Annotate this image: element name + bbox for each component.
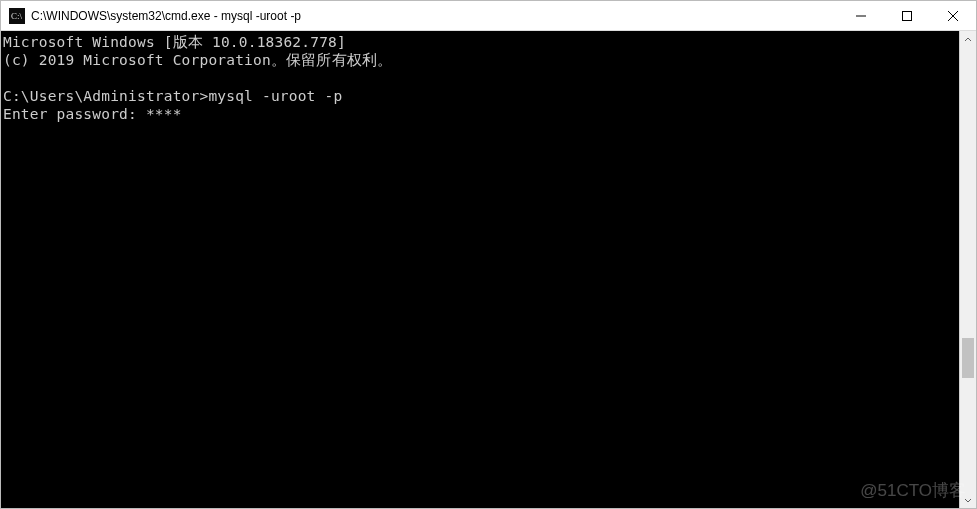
terminal-line-copyright: (c) 2019 Microsoft Corporation。保留所有权利。 [3,52,393,68]
close-button[interactable] [930,1,976,30]
svg-text:C:\: C:\ [11,11,23,21]
scroll-up-button[interactable] [960,31,976,48]
maximize-icon [902,11,912,21]
window-controls [838,1,976,30]
titlebar[interactable]: C:\ C:\WINDOWS\system32\cmd.exe - mysql … [1,1,976,31]
window-title: C:\WINDOWS\system32\cmd.exe - mysql -uro… [31,9,838,23]
cmd-icon: C:\ [9,8,25,24]
chevron-down-icon [964,496,972,504]
client-area: Microsoft Windows [版本 10.0.18362.778] (c… [1,31,976,508]
maximize-button[interactable] [884,1,930,30]
scroll-down-button[interactable] [960,491,976,508]
terminal-line-password: Enter password: **** [3,106,182,122]
scrollbar-track[interactable] [960,48,976,491]
svg-rect-3 [903,11,912,20]
scrollbar-thumb[interactable] [962,338,974,378]
terminal-line-version: Microsoft Windows [版本 10.0.18362.778] [3,34,346,50]
minimize-icon [856,11,866,21]
close-icon [948,11,958,21]
minimize-button[interactable] [838,1,884,30]
vertical-scrollbar[interactable] [959,31,976,508]
cmd-window: C:\ C:\WINDOWS\system32\cmd.exe - mysql … [0,0,977,509]
chevron-up-icon [964,36,972,44]
terminal-line-prompt: C:\Users\Administrator>mysql -uroot -p [3,88,342,104]
terminal-output[interactable]: Microsoft Windows [版本 10.0.18362.778] (c… [1,31,959,508]
